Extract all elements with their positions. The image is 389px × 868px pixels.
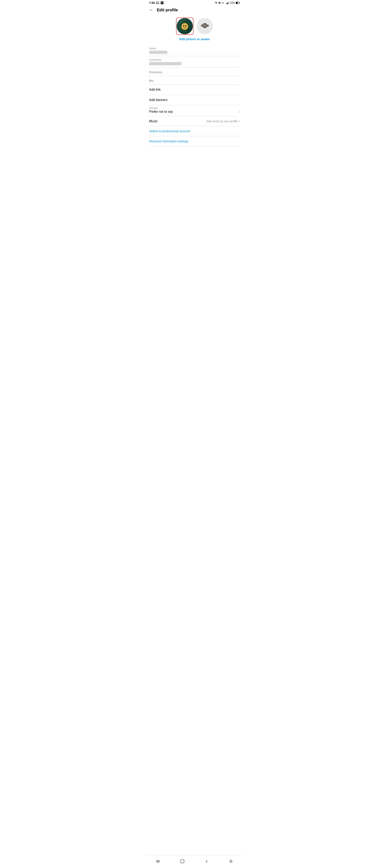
accessibility-icon: [229, 859, 233, 864]
svg-point-22: [185, 25, 186, 27]
music-right: Add music to your profile ›: [206, 119, 240, 123]
username-field-group: Username: [149, 56, 240, 67]
avatar-row: [176, 18, 213, 35]
play-icon: [160, 1, 164, 4]
svg-point-24: [185, 25, 186, 26]
svg-point-33: [204, 25, 204, 26]
pronouns-input[interactable]: [149, 69, 240, 76]
svg-point-23: [183, 25, 184, 26]
svg-point-37: [205, 26, 205, 27]
home-icon: [180, 859, 185, 864]
svg-point-1: [157, 2, 157, 3]
svg-rect-11: [229, 2, 229, 4]
username-label: Username: [149, 58, 240, 61]
monkey-avatar-svg: [200, 22, 209, 31]
svg-rect-8: [226, 3, 227, 4]
status-right: 4G 52%: [215, 1, 240, 4]
gender-label: Gender: [149, 106, 240, 110]
music-hint: Add music to your profile: [206, 120, 238, 123]
avatar-section: Edit picture or avatar: [146, 16, 243, 45]
page-title: Edit profile: [157, 8, 178, 12]
status-left: 7:50: [149, 1, 164, 4]
svg-rect-38: [157, 860, 157, 863]
add-banners-item[interactable]: Add banners: [149, 95, 240, 105]
status-time: 7:50: [149, 1, 155, 4]
music-label: Music: [149, 119, 158, 123]
recent-apps-icon: [156, 859, 160, 864]
bio-field-group[interactable]: [149, 76, 240, 85]
bio-input[interactable]: [149, 78, 240, 84]
smiley-avatar-svg: [179, 20, 191, 32]
profile-picture-wrapper[interactable]: [176, 18, 193, 35]
form-section: Name Username Add link Add banners Gende…: [146, 45, 243, 501]
photo-icon: [156, 1, 159, 4]
key-icon: [215, 1, 218, 4]
gender-chevron-icon: ›: [239, 110, 240, 114]
signal-bars-icon: [226, 1, 229, 4]
name-label: Name: [149, 47, 240, 50]
svg-point-27: [201, 25, 203, 26]
svg-point-36: [204, 26, 205, 27]
avatar-placeholder[interactable]: [197, 18, 213, 34]
signal-icon: 4G: [222, 1, 225, 4]
profile-picture[interactable]: [177, 18, 193, 34]
mute-icon: [218, 1, 221, 4]
svg-point-4: [215, 2, 216, 3]
add-link-label: Add link: [149, 88, 161, 91]
username-value-skeleton: [149, 62, 182, 65]
svg-rect-13: [236, 2, 238, 4]
gender-row: Prefer not to say ›: [149, 110, 240, 116]
music-chevron-icon: ›: [239, 119, 240, 123]
svg-rect-40: [159, 860, 159, 863]
status-bar: 7:50 4G: [146, 0, 243, 5]
battery-icon: [236, 2, 240, 4]
svg-rect-41: [181, 860, 184, 863]
name-field-group: Name: [149, 45, 240, 56]
edit-picture-link[interactable]: Edit picture or avatar: [179, 37, 210, 41]
svg-point-21: [183, 25, 184, 27]
pronouns-field-group[interactable]: [149, 67, 240, 76]
home-button[interactable]: [176, 858, 189, 865]
top-nav: ← Edit profile: [146, 5, 243, 16]
personal-info-link[interactable]: Personal information settings: [149, 136, 240, 146]
accessibility-button[interactable]: [225, 858, 237, 865]
gender-value: Prefer not to say: [149, 110, 173, 114]
gender-item[interactable]: Gender Prefer not to say ›: [149, 105, 240, 117]
svg-point-34: [205, 25, 206, 26]
svg-point-42: [231, 860, 231, 860]
svg-rect-14: [239, 2, 240, 3]
battery-text: 52%: [230, 1, 235, 4]
svg-text:4G: 4G: [222, 2, 224, 4]
svg-point-29: [207, 25, 208, 26]
svg-rect-9: [227, 3, 228, 4]
add-banners-label: Add banners: [149, 98, 167, 102]
svg-rect-39: [158, 860, 158, 863]
name-value-skeleton: [149, 51, 167, 54]
svg-rect-10: [228, 2, 228, 4]
bottom-nav: [146, 855, 243, 868]
switch-professional-link[interactable]: Switch to professional account: [149, 126, 240, 136]
recent-apps-button[interactable]: [152, 858, 164, 865]
music-item[interactable]: Music Add music to your profile ›: [149, 117, 240, 126]
add-link-item[interactable]: Add link: [149, 85, 240, 95]
back-nav-icon: [204, 859, 209, 864]
back-nav-button[interactable]: [200, 858, 213, 865]
back-button[interactable]: ←: [149, 7, 154, 12]
